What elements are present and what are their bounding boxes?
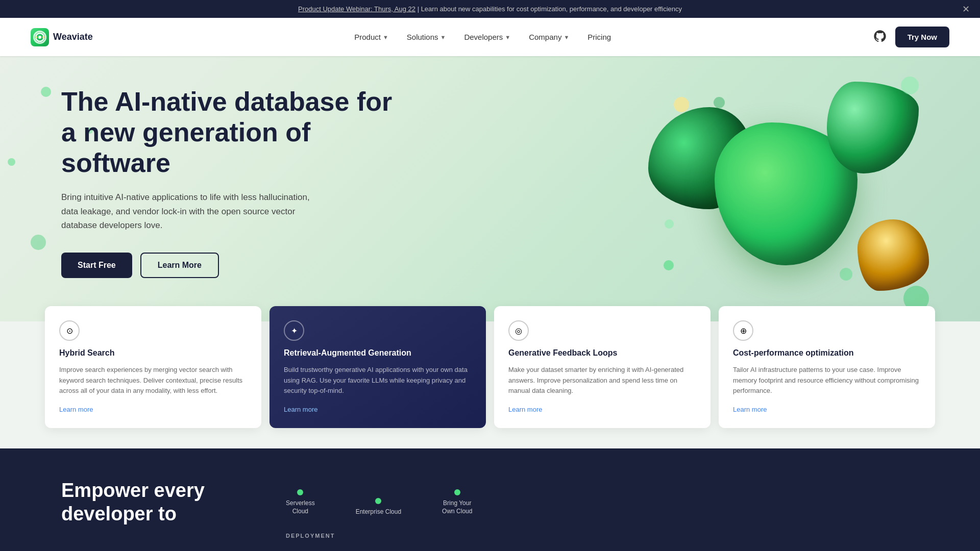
try-now-button[interactable]: Try Now <box>895 27 949 47</box>
feedback-loops-icon: ◎ <box>508 320 529 341</box>
svg-point-1 <box>38 36 41 39</box>
hero-buttons: Start Free Learn More <box>61 253 398 278</box>
decorative-bubble <box>41 87 51 97</box>
hero-section: The AI-native database for a new generat… <box>0 56 980 321</box>
feature-desc-cost: Tailor AI infrastructure patterns to you… <box>733 365 921 396</box>
nav-developers-label: Developers <box>464 33 503 41</box>
deploy-node-serverless: ServerlessCloud <box>286 489 315 515</box>
nav-product-label: Product <box>354 33 381 41</box>
hero-content: The AI-native database for a new generat… <box>61 87 398 278</box>
decorative-bubble <box>31 235 46 250</box>
feature-card-hybrid-search: ⊙ Hybrid Search Improve search experienc… <box>45 306 261 428</box>
nav-product[interactable]: Product ▼ <box>347 29 396 45</box>
logo[interactable]: Weaviate <box>31 28 93 46</box>
deploy-node-byoc: Bring YourOwn Cloud <box>442 489 472 515</box>
hero-title: The AI-native database for a new generat… <box>61 87 398 178</box>
plant-leaf-yellow <box>857 219 929 291</box>
deploy-label-byoc: Bring YourOwn Cloud <box>442 499 472 515</box>
bottom-section: Empower every developer to ServerlessClo… <box>0 448 980 551</box>
hero-subtitle: Bring intuitive AI-native applications t… <box>61 190 327 232</box>
feature-title-hybrid: Hybrid Search <box>59 348 247 359</box>
deploy-dot-enterprise <box>375 498 381 504</box>
rag-learn-more[interactable]: Learn more <box>284 406 317 413</box>
deploy-label-enterprise: Enterprise Cloud <box>356 508 401 515</box>
cost-perf-icon: ⊕ <box>733 320 753 341</box>
nav-solutions-label: Solutions <box>407 33 438 41</box>
nav-developers[interactable]: Developers ▼ <box>457 29 518 45</box>
nav-developers-chevron: ▼ <box>505 34 510 40</box>
feedback-loops-learn-more[interactable]: Learn more <box>508 406 542 413</box>
plant-orb <box>674 97 689 112</box>
svg-point-3 <box>42 36 44 38</box>
logo-text: Weaviate <box>53 32 93 42</box>
svg-point-2 <box>35 36 37 38</box>
announcement-message: | Learn about new capabilities for cost … <box>418 5 682 13</box>
plant-orb <box>664 260 674 270</box>
nav-product-chevron: ▼ <box>383 34 388 40</box>
decorative-bubble <box>8 158 15 166</box>
deploy-label-serverless: ServerlessCloud <box>286 499 315 515</box>
rag-icon: ✦ <box>284 320 304 341</box>
nav-company-chevron: ▼ <box>564 34 569 40</box>
feature-title-feedback: Generative Feedback Loops <box>508 348 696 359</box>
learn-more-button[interactable]: Learn More <box>140 253 219 278</box>
deploy-dot-serverless <box>297 489 303 495</box>
deployment-label: DEPLOYMENT <box>286 533 335 539</box>
nav-pricing[interactable]: Pricing <box>580 29 618 45</box>
announcement-bar: Product Update Webinar: Thurs, Aug 22 | … <box>0 0 980 18</box>
nav-company-label: Company <box>529 33 561 41</box>
feature-desc-hybrid: Improve search experiences by merging ve… <box>59 365 247 396</box>
bottom-title: Empower every developer to <box>61 479 255 525</box>
nav-solutions[interactable]: Solutions ▼ <box>400 29 453 45</box>
nav-links: Product ▼ Solutions ▼ Developers ▼ Compa… <box>347 29 618 45</box>
logo-icon <box>31 28 49 46</box>
nav-company[interactable]: Company ▼ <box>522 29 576 45</box>
announcement-close-button[interactable]: ✕ <box>962 4 970 15</box>
feature-title-cost: Cost-performance optimization <box>733 348 921 359</box>
start-free-button[interactable]: Start Free <box>61 253 132 278</box>
feature-card-feedback-loops: ◎ Generative Feedback Loops Make your da… <box>494 306 710 428</box>
hybrid-search-icon: ⊙ <box>59 320 80 341</box>
logo-svg <box>34 32 45 43</box>
plant-leaf-light <box>827 82 919 173</box>
cost-perf-learn-more[interactable]: Learn more <box>733 406 767 413</box>
feature-desc-rag: Build trustworthy generative AI applicat… <box>284 365 472 396</box>
feature-card-rag: ✦ Retrieval-Augmented Generation Build t… <box>270 306 486 428</box>
navbar: Weaviate Product ▼ Solutions ▼ Developer… <box>0 18 980 56</box>
hero-3d-decoration <box>633 66 939 321</box>
nav-pricing-label: Pricing <box>587 33 611 41</box>
nav-solutions-chevron: ▼ <box>440 34 446 40</box>
nav-right: Try Now <box>873 27 949 47</box>
feature-title-rag: Retrieval-Augmented Generation <box>284 348 472 359</box>
feature-card-cost-perf: ⊕ Cost-performance optimization Tailor A… <box>719 306 935 428</box>
announcement-link[interactable]: Product Update Webinar: Thurs, Aug 22 <box>298 5 415 13</box>
features-section: ⊙ Hybrid Search Improve search experienc… <box>0 306 980 428</box>
deploy-dot-byoc <box>454 489 460 495</box>
hybrid-search-learn-more[interactable]: Learn more <box>59 406 93 413</box>
deploy-node-enterprise: Enterprise Cloud <box>356 498 401 515</box>
plant-orb <box>901 77 919 94</box>
deploy-center-label: DEPLOYMENT <box>286 531 919 540</box>
deployment-diagram: ServerlessCloud Enterprise Cloud Bring Y… <box>286 479 919 551</box>
github-icon[interactable] <box>873 29 887 45</box>
feature-desc-feedback: Make your dataset smarter by enriching i… <box>508 365 696 396</box>
svg-point-0 <box>36 33 44 41</box>
